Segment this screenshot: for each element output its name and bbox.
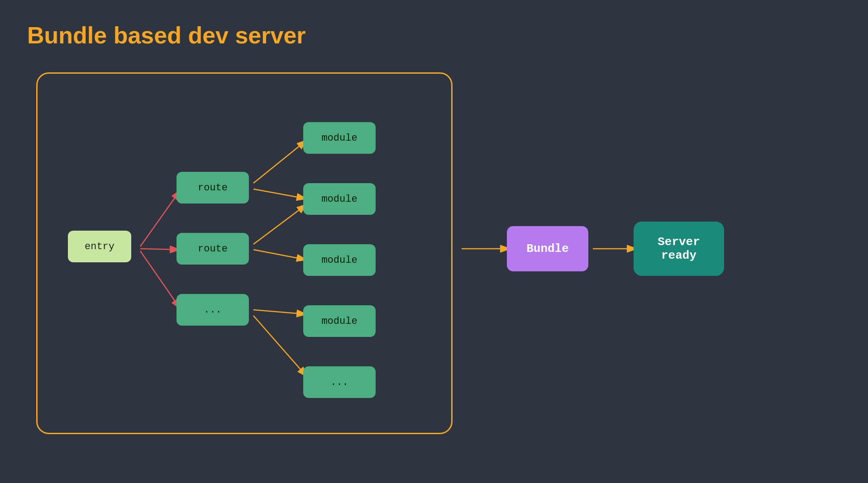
module3-node: module bbox=[303, 244, 376, 276]
server-ready-node: Serverready bbox=[634, 222, 724, 276]
route1-node: route bbox=[176, 172, 249, 204]
bundle-node: Bundle bbox=[507, 226, 588, 271]
module1-node: module bbox=[303, 122, 376, 154]
module5-node: ... bbox=[303, 366, 376, 398]
route2-node: route bbox=[176, 233, 249, 265]
page-title: Bundle based dev server bbox=[27, 22, 306, 49]
module4-node: module bbox=[303, 305, 376, 337]
entry-node: entry bbox=[68, 231, 131, 262]
diagram-area: entry route route ... module module modu… bbox=[27, 63, 842, 461]
module2-node: module bbox=[303, 183, 376, 215]
route3-node: ... bbox=[176, 294, 249, 326]
